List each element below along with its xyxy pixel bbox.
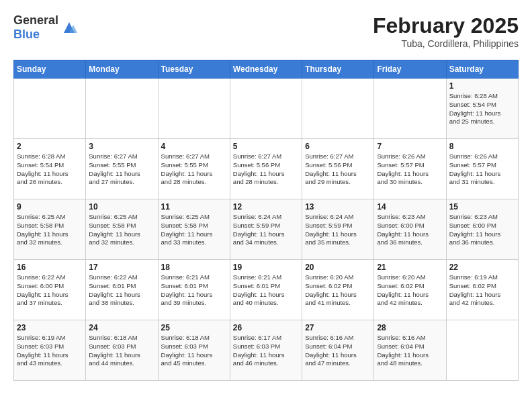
calendar-cell: 21Sunrise: 6:20 AM Sunset: 6:02 PM Dayli…: [374, 260, 446, 320]
day-info: Sunrise: 6:27 AM Sunset: 5:56 PM Dayligh…: [233, 152, 299, 187]
day-info: Sunrise: 6:17 AM Sunset: 6:03 PM Dayligh…: [233, 334, 299, 368]
day-info: Sunrise: 6:26 AM Sunset: 5:57 PM Dayligh…: [377, 152, 443, 187]
day-info: Sunrise: 6:24 AM Sunset: 5:59 PM Dayligh…: [233, 213, 299, 247]
calendar-cell: 2Sunrise: 6:28 AM Sunset: 5:54 PM Daylig…: [14, 139, 86, 199]
day-number: 6: [305, 142, 371, 151]
day-number: 23: [17, 323, 83, 332]
col-header-friday: Friday: [374, 60, 446, 79]
day-info: Sunrise: 6:21 AM Sunset: 6:01 PM Dayligh…: [233, 273, 299, 308]
col-header-tuesday: Tuesday: [158, 60, 230, 79]
day-info: Sunrise: 6:23 AM Sunset: 6:00 PM Dayligh…: [377, 213, 443, 247]
day-info: Sunrise: 6:26 AM Sunset: 5:57 PM Dayligh…: [449, 152, 515, 187]
day-number: 15: [449, 202, 515, 212]
day-number: 17: [89, 263, 154, 272]
title-block: February 2025 Tuba, Cordillera, Philippi…: [373, 13, 519, 49]
logo-text-blue: Blue: [13, 28, 40, 41]
calendar-cell: 18Sunrise: 6:21 AM Sunset: 6:01 PM Dayli…: [158, 260, 230, 320]
calendar-cell: [14, 79, 86, 139]
calendar-cell: 4Sunrise: 6:27 AM Sunset: 5:55 PM Daylig…: [158, 139, 230, 199]
day-info: Sunrise: 6:16 AM Sunset: 6:04 PM Dayligh…: [305, 334, 371, 368]
logo: General Blue: [13, 13, 79, 42]
calendar-cell: 22Sunrise: 6:19 AM Sunset: 6:02 PM Dayli…: [446, 260, 518, 320]
day-number: 1: [449, 81, 515, 91]
day-number: 8: [449, 142, 515, 151]
day-number: 11: [161, 202, 227, 212]
day-info: Sunrise: 6:22 AM Sunset: 6:01 PM Dayligh…: [89, 273, 154, 308]
calendar-week-row: 1Sunrise: 6:28 AM Sunset: 5:54 PM Daylig…: [14, 79, 519, 139]
calendar-cell: 23Sunrise: 6:19 AM Sunset: 6:03 PM Dayli…: [14, 320, 86, 381]
day-info: Sunrise: 6:18 AM Sunset: 6:03 PM Dayligh…: [89, 334, 154, 368]
page-header: General Blue February 2025 Tuba, Cordill…: [13, 13, 519, 49]
calendar-cell: [86, 79, 158, 139]
calendar-cell: 6Sunrise: 6:27 AM Sunset: 5:56 PM Daylig…: [302, 139, 374, 199]
calendar-cell: 19Sunrise: 6:21 AM Sunset: 6:01 PM Dayli…: [230, 260, 302, 320]
day-info: Sunrise: 6:23 AM Sunset: 6:00 PM Dayligh…: [449, 213, 515, 247]
day-info: Sunrise: 6:22 AM Sunset: 6:00 PM Dayligh…: [17, 273, 83, 308]
month-year-title: February 2025: [373, 13, 519, 38]
day-number: 28: [377, 323, 443, 332]
col-header-wednesday: Wednesday: [230, 60, 302, 79]
col-header-thursday: Thursday: [302, 60, 374, 79]
calendar-week-row: 23Sunrise: 6:19 AM Sunset: 6:03 PM Dayli…: [14, 320, 519, 381]
day-info: Sunrise: 6:28 AM Sunset: 5:54 PM Dayligh…: [449, 92, 515, 126]
calendar-cell: 12Sunrise: 6:24 AM Sunset: 5:59 PM Dayli…: [230, 199, 302, 260]
location-subtitle: Tuba, Cordillera, Philippines: [373, 38, 519, 49]
day-number: 14: [377, 202, 443, 212]
calendar-cell: 26Sunrise: 6:17 AM Sunset: 6:03 PM Dayli…: [230, 320, 302, 381]
calendar-cell: [374, 79, 446, 139]
day-info: Sunrise: 6:25 AM Sunset: 5:58 PM Dayligh…: [89, 213, 154, 247]
calendar-cell: 10Sunrise: 6:25 AM Sunset: 5:58 PM Dayli…: [86, 199, 158, 260]
calendar-cell: 11Sunrise: 6:25 AM Sunset: 5:58 PM Dayli…: [158, 199, 230, 260]
calendar-cell: 17Sunrise: 6:22 AM Sunset: 6:01 PM Dayli…: [86, 260, 158, 320]
calendar-cell: 15Sunrise: 6:23 AM Sunset: 6:00 PM Dayli…: [446, 199, 518, 260]
day-number: 20: [305, 263, 371, 272]
logo-text-general: General: [13, 13, 58, 27]
calendar-week-row: 2Sunrise: 6:28 AM Sunset: 5:54 PM Daylig…: [14, 139, 519, 199]
calendar-cell: 8Sunrise: 6:26 AM Sunset: 5:57 PM Daylig…: [446, 139, 518, 199]
day-number: 9: [17, 202, 83, 212]
day-info: Sunrise: 6:25 AM Sunset: 5:58 PM Dayligh…: [17, 213, 83, 247]
day-number: 24: [89, 323, 154, 332]
calendar-cell: 1Sunrise: 6:28 AM Sunset: 5:54 PM Daylig…: [446, 79, 518, 139]
day-number: 18: [161, 263, 227, 272]
calendar-cell: 28Sunrise: 6:16 AM Sunset: 6:04 PM Dayli…: [374, 320, 446, 381]
day-number: 7: [377, 142, 443, 151]
day-number: 10: [89, 202, 154, 212]
calendar-cell: [446, 320, 518, 381]
day-number: 13: [305, 202, 371, 212]
calendar-cell: 25Sunrise: 6:18 AM Sunset: 6:03 PM Dayli…: [158, 320, 230, 381]
day-number: 25: [161, 323, 227, 332]
calendar-cell: [230, 79, 302, 139]
calendar-cell: 14Sunrise: 6:23 AM Sunset: 6:00 PM Dayli…: [374, 199, 446, 260]
calendar-week-row: 16Sunrise: 6:22 AM Sunset: 6:00 PM Dayli…: [14, 260, 519, 320]
day-number: 5: [233, 142, 299, 151]
day-number: 26: [233, 323, 299, 332]
calendar-cell: 3Sunrise: 6:27 AM Sunset: 5:55 PM Daylig…: [86, 139, 158, 199]
day-number: 2: [17, 142, 83, 151]
logo-general-text: General Blue: [13, 13, 58, 42]
calendar-week-row: 9Sunrise: 6:25 AM Sunset: 5:58 PM Daylig…: [14, 199, 519, 260]
col-header-saturday: Saturday: [446, 60, 518, 79]
day-number: 22: [449, 263, 515, 272]
logo-icon: [60, 18, 79, 37]
calendar-table: SundayMondayTuesdayWednesdayThursdayFrid…: [13, 60, 519, 381]
col-header-sunday: Sunday: [14, 60, 86, 79]
day-number: 27: [305, 323, 371, 332]
day-info: Sunrise: 6:21 AM Sunset: 6:01 PM Dayligh…: [161, 273, 227, 308]
calendar-cell: [158, 79, 230, 139]
day-info: Sunrise: 6:20 AM Sunset: 6:02 PM Dayligh…: [377, 273, 443, 308]
day-info: Sunrise: 6:16 AM Sunset: 6:04 PM Dayligh…: [377, 334, 443, 368]
day-info: Sunrise: 6:28 AM Sunset: 5:54 PM Dayligh…: [17, 152, 83, 187]
day-number: 12: [233, 202, 299, 212]
day-info: Sunrise: 6:27 AM Sunset: 5:55 PM Dayligh…: [89, 152, 154, 187]
day-number: 19: [233, 263, 299, 272]
day-info: Sunrise: 6:25 AM Sunset: 5:58 PM Dayligh…: [161, 213, 227, 247]
day-info: Sunrise: 6:27 AM Sunset: 5:55 PM Dayligh…: [161, 152, 227, 187]
calendar-cell: 16Sunrise: 6:22 AM Sunset: 6:00 PM Dayli…: [14, 260, 86, 320]
calendar-cell: 24Sunrise: 6:18 AM Sunset: 6:03 PM Dayli…: [86, 320, 158, 381]
calendar-cell: 13Sunrise: 6:24 AM Sunset: 5:59 PM Dayli…: [302, 199, 374, 260]
day-info: Sunrise: 6:20 AM Sunset: 6:02 PM Dayligh…: [305, 273, 371, 308]
calendar-cell: 5Sunrise: 6:27 AM Sunset: 5:56 PM Daylig…: [230, 139, 302, 199]
calendar-cell: 20Sunrise: 6:20 AM Sunset: 6:02 PM Dayli…: [302, 260, 374, 320]
day-number: 3: [89, 142, 154, 151]
